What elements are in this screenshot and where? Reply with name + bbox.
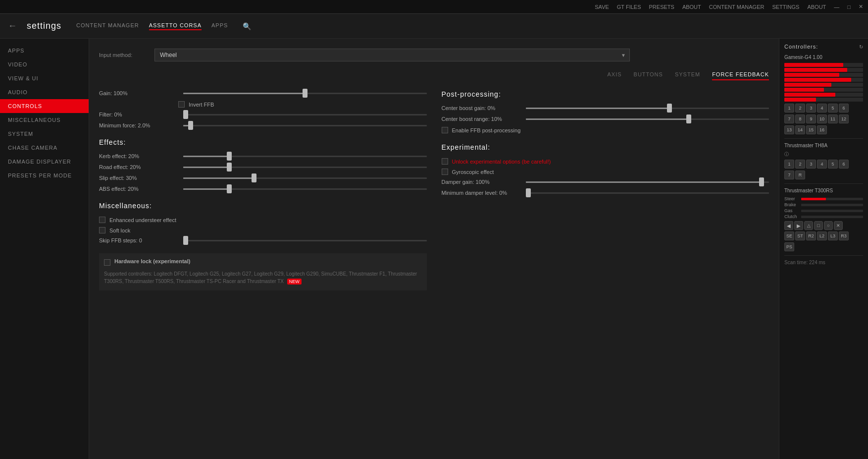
btn-r3[interactable]: R3 — [839, 231, 849, 240]
input-method-select[interactable]: Wheel Keyboard Gamepad — [154, 49, 630, 61]
center-boost-range-slider[interactable] — [526, 118, 769, 120]
sidebar-item-miscellaneous[interactable]: MISCELLANEOUS — [0, 113, 89, 127]
minimum-damper-slider[interactable] — [526, 192, 769, 194]
unlock-experimental-checkbox[interactable] — [442, 158, 448, 165]
sidebar-item-chase-camera[interactable]: CHASE CAMERA — [0, 141, 89, 155]
steer-label: Steer — [784, 196, 799, 201]
btn-square[interactable]: □ — [814, 221, 823, 230]
center-boost-gain-slider[interactable] — [526, 108, 769, 109]
btn-cross[interactable]: ✕ — [834, 221, 843, 230]
tab-force-feedback[interactable]: FORCE FEEDBACK — [712, 69, 769, 80]
gamesir-bars — [784, 63, 863, 102]
gs-btn-7[interactable]: 7 — [784, 115, 794, 123]
gs-btn-4[interactable]: 4 — [817, 104, 827, 113]
topbar-minimize[interactable]: — — [834, 4, 839, 10]
skip-ffb-slider[interactable] — [183, 240, 427, 241]
sidebar-item-video[interactable]: VIDEO — [0, 57, 89, 71]
kerb-effect-slider[interactable] — [183, 156, 427, 157]
gs-btn-9[interactable]: 9 — [806, 115, 816, 123]
topbar-settings[interactable]: SETTINGS — [772, 4, 799, 10]
gs-btn-2[interactable]: 2 — [795, 104, 805, 113]
gs-btn-1[interactable]: 1 — [784, 104, 794, 113]
enhanced-understeer-checkbox[interactable] — [99, 217, 105, 223]
topbar-about2[interactable]: ABOUT — [807, 4, 826, 10]
damper-gain-slider[interactable] — [526, 181, 769, 183]
gs-btn-14[interactable]: 14 — [795, 125, 805, 134]
back-button[interactable]: ← — [8, 21, 17, 31]
btn-st[interactable]: ST — [795, 231, 805, 240]
controllers-refresh-icon[interactable]: ↻ — [859, 44, 863, 50]
t300rs-special-btns: SE ST R2 L2 L3 R3 — [784, 231, 863, 240]
sidebar-item-apps[interactable]: APPS — [0, 44, 89, 57]
topbar-gtfiles[interactable]: GT FILES — [617, 4, 641, 10]
sidebar-item-controls[interactable]: CONTROLS — [0, 99, 89, 113]
btn-l3[interactable]: L3 — [828, 231, 838, 240]
enhanced-understeer-row: Enhanced understeer effect — [99, 217, 427, 223]
road-effect-row: Road effect: 20% — [99, 164, 427, 170]
topbar-close[interactable]: ✕ — [859, 3, 863, 10]
road-effect-slider[interactable] — [183, 167, 427, 168]
topbar-maximize[interactable]: □ — [847, 4, 851, 10]
topbar-about[interactable]: ABOUT — [682, 4, 701, 10]
soft-lock-checkbox[interactable] — [99, 227, 105, 233]
th8a-btn-R[interactable]: R — [795, 171, 805, 179]
gyroscopic-checkbox[interactable] — [442, 169, 448, 175]
gs-btn-8[interactable]: 8 — [795, 115, 805, 123]
gs-btn-16[interactable]: 16 — [817, 125, 827, 134]
gs-btn-12[interactable]: 12 — [839, 115, 849, 123]
enable-ffb-checkbox[interactable] — [442, 127, 448, 133]
gs-btn-13[interactable]: 13 — [784, 125, 794, 134]
gs-btn-3[interactable]: 3 — [806, 104, 816, 113]
slip-effect-slider[interactable] — [183, 177, 427, 179]
sidebar-item-damage-displayer[interactable]: DAMAGE DISPLAYER — [0, 155, 89, 169]
gamesir-btns-row1: 1 2 3 4 5 6 — [784, 104, 863, 113]
th8a-btn-7[interactable]: 7 — [784, 171, 794, 179]
th8a-btn-2[interactable]: 2 — [795, 160, 805, 169]
btn-l2[interactable]: L2 — [817, 231, 827, 240]
sidebar-item-view-ui[interactable]: VIEW & UI — [0, 71, 89, 85]
invert-ffb-checkbox[interactable] — [178, 101, 185, 108]
btn-triangle[interactable]: △ — [804, 221, 813, 230]
th8a-btn-6[interactable]: 6 — [839, 160, 849, 169]
topbar-presets[interactable]: PRESETS — [649, 4, 674, 10]
nav-content-manager[interactable]: CONTENT MANAGER — [76, 22, 139, 30]
brake-label: Brake — [784, 202, 799, 207]
unlock-experimental-label[interactable]: Unlock experimental options (be careful!… — [452, 159, 551, 165]
nav-assetto-corsa[interactable]: ASSETTO CORSA — [149, 22, 202, 30]
sidebar-item-audio[interactable]: AUDIO — [0, 85, 89, 99]
tab-buttons[interactable]: BUTTONS — [634, 69, 663, 80]
btn-circle[interactable]: ○ — [824, 221, 833, 230]
gs-btn-15[interactable]: 15 — [806, 125, 816, 134]
btn-r2[interactable]: R2 — [806, 231, 816, 240]
tab-axis[interactable]: AXIS — [607, 69, 621, 80]
abs-effect-slider[interactable] — [183, 188, 427, 190]
th8a-btn-3[interactable]: 3 — [806, 160, 816, 169]
gs-btn-10[interactable]: 10 — [817, 115, 827, 123]
search-icon[interactable]: 🔍 — [243, 22, 251, 30]
gs-btn-11[interactable]: 11 — [828, 115, 838, 123]
th8a-btn-4[interactable]: 4 — [817, 160, 827, 169]
hardware-lock-checkbox[interactable] — [104, 259, 110, 266]
topbar-save[interactable]: SAVE — [595, 4, 609, 10]
tab-system[interactable]: SYSTEM — [675, 69, 700, 80]
gain-slider[interactable] — [183, 93, 427, 94]
minimum-force-slider[interactable] — [183, 125, 427, 126]
center-boost-gain-label: Center boost gain: 0% — [442, 105, 521, 111]
soft-lock-row: Soft lock — [99, 227, 427, 233]
gs-btn-6[interactable]: 6 — [839, 104, 849, 113]
topbar-content-manager[interactable]: CONTENT MANAGER — [709, 4, 765, 10]
th8a-btn-1[interactable]: 1 — [784, 160, 794, 169]
header: ← settings CONTENT MANAGER ASSETTO CORSA… — [0, 14, 868, 39]
gs-btn-5[interactable]: 5 — [828, 104, 838, 113]
th8a-btn-5[interactable]: 5 — [828, 160, 838, 169]
filter-label: Filter: 0% — [99, 112, 178, 117]
dpad-right[interactable]: ▶ — [794, 221, 803, 230]
sidebar-item-system[interactable]: SYSTEM — [0, 127, 89, 141]
minimum-force-row: Minimum force: 2.0% — [99, 122, 427, 128]
btn-se[interactable]: SE — [784, 231, 794, 240]
nav-apps[interactable]: APPS — [211, 22, 228, 30]
sidebar-item-presets-per-mode[interactable]: PRESETS PER MODE — [0, 169, 89, 182]
btn-ps[interactable]: PS — [784, 242, 794, 251]
dpad-left[interactable]: ◀ — [784, 221, 793, 230]
filter-slider[interactable] — [183, 114, 427, 115]
